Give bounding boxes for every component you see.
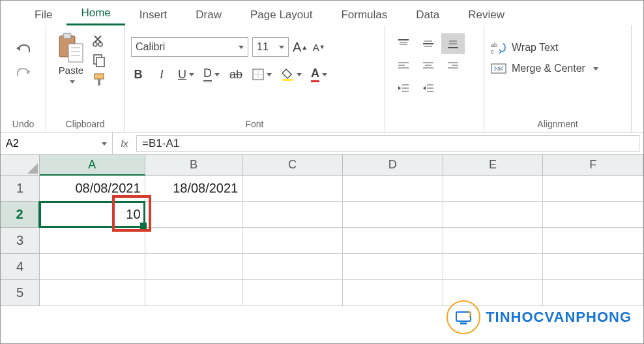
cell-a1[interactable]: 08/08/2021 (40, 176, 145, 202)
decrease-font-button[interactable]: A▼ (312, 39, 326, 55)
align-top-button[interactable] (392, 33, 415, 54)
cell-b3[interactable] (145, 228, 243, 254)
cell-e3[interactable] (443, 228, 544, 254)
cell-c2[interactable] (242, 202, 343, 228)
svg-rect-2 (68, 44, 83, 62)
cell-c5[interactable] (242, 280, 343, 306)
bold-button[interactable]: B (131, 66, 145, 83)
group-undo: Undo (1, 25, 46, 132)
font-name-combo[interactable]: Calibri (131, 37, 248, 57)
italic-button[interactable]: I (154, 66, 169, 83)
cell-d5[interactable] (343, 280, 443, 306)
col-header-e[interactable]: E (443, 155, 544, 176)
decrease-indent-button[interactable] (392, 78, 415, 99)
cell-f2[interactable] (543, 202, 643, 228)
copy-button[interactable] (92, 53, 106, 67)
cell-b2[interactable] (145, 202, 243, 228)
tab-file[interactable]: File (20, 5, 66, 25)
row-header-4[interactable]: 4 (1, 254, 40, 280)
font-color-button[interactable]: A (311, 66, 327, 83)
merge-center-button[interactable]: a Merge & Center (491, 62, 624, 75)
cell-d4[interactable] (343, 254, 443, 280)
align-center-button[interactable] (417, 55, 440, 76)
cell-b5[interactable] (145, 280, 243, 306)
tab-insert[interactable]: Insert (125, 5, 182, 25)
cell-e2[interactable] (443, 202, 544, 228)
svg-text:ab: ab (491, 42, 497, 48)
wrap-text-button[interactable]: abc Wrap Text (491, 41, 624, 54)
paste-label: Paste (59, 65, 83, 76)
align-left-button[interactable] (392, 55, 415, 76)
svg-rect-11 (98, 79, 100, 86)
cell-f3[interactable] (543, 228, 643, 254)
double-underline-button[interactable]: D (203, 66, 220, 83)
svg-text:c: c (491, 48, 494, 54)
undo-button[interactable] (15, 41, 32, 58)
strikethrough-button[interactable]: ab (229, 66, 243, 83)
format-painter-button[interactable] (92, 72, 106, 87)
select-all-corner[interactable] (1, 155, 40, 176)
cell-d3[interactable] (343, 228, 443, 254)
cell-c1[interactable] (242, 176, 343, 202)
col-header-a[interactable]: A (40, 155, 145, 176)
cell-c4[interactable] (242, 254, 343, 280)
cell-a5[interactable] (40, 280, 145, 306)
cell-d2[interactable] (343, 202, 443, 228)
watermark-logo-icon (446, 300, 480, 334)
col-header-b[interactable]: B (145, 155, 243, 176)
paste-dropdown-icon[interactable] (67, 76, 75, 87)
tab-data[interactable]: Data (402, 5, 454, 25)
cell-a2[interactable]: 10 (40, 202, 145, 228)
redo-button[interactable] (15, 65, 32, 82)
col-header-c[interactable]: C (242, 155, 343, 176)
tab-home[interactable]: Home (66, 3, 124, 25)
row-header-5[interactable]: 5 (1, 280, 40, 306)
cell-c3[interactable] (242, 228, 343, 254)
increase-indent-button[interactable] (417, 78, 440, 99)
group-label-undo: Undo (7, 117, 39, 131)
name-box[interactable]: A2 (1, 133, 113, 154)
col-header-f[interactable]: F (543, 155, 643, 176)
svg-point-6 (93, 42, 97, 46)
cell-e1[interactable] (443, 176, 544, 202)
svg-rect-44 (456, 312, 471, 321)
cell-e4[interactable] (443, 254, 544, 280)
align-right-button[interactable] (441, 55, 465, 76)
fx-icon[interactable]: fx (113, 133, 136, 154)
row-header-2[interactable]: 2 (1, 202, 40, 228)
fill-color-button[interactable] (281, 66, 302, 83)
ribbon-tabs: File Home Insert Draw Page Layout Formul… (1, 1, 643, 25)
cell-f4[interactable] (543, 254, 643, 280)
formula-bar: A2 fx =B1-A1 (1, 133, 643, 155)
group-font: Calibri 11 A▲ A▼ B I U D ab A Font (124, 25, 385, 132)
group-alignment-wrap: abc Wrap Text a Merge & Center Alignment (484, 25, 632, 132)
group-clipboard: Paste Clipboard (46, 25, 124, 132)
paste-button[interactable]: Paste (53, 32, 89, 87)
formula-input[interactable]: =B1-A1 (136, 135, 639, 152)
cell-f1[interactable] (543, 176, 643, 202)
svg-point-7 (98, 42, 102, 46)
col-header-d[interactable]: D (343, 155, 443, 176)
tab-draw[interactable]: Draw (181, 5, 236, 25)
font-size-combo[interactable]: 11 (252, 37, 289, 57)
align-bottom-button[interactable] (441, 33, 465, 54)
cell-b1[interactable]: 18/08/2021 (145, 176, 243, 202)
cell-d1[interactable] (343, 176, 443, 202)
cell-a3[interactable] (40, 228, 145, 254)
cut-button[interactable] (92, 33, 106, 48)
ribbon: Undo Paste Clip (1, 25, 643, 133)
tab-review[interactable]: Review (454, 5, 519, 25)
svg-rect-15 (282, 79, 293, 81)
underline-button[interactable]: U (178, 66, 194, 83)
row-header-1[interactable]: 1 (1, 176, 40, 202)
tab-formulas[interactable]: Formulas (327, 5, 402, 25)
cell-a4[interactable] (40, 254, 145, 280)
align-middle-button[interactable] (417, 33, 440, 54)
group-label-alignment: Alignment (491, 117, 624, 131)
increase-font-button[interactable]: A▲ (293, 39, 308, 55)
row-header-3[interactable]: 3 (1, 228, 40, 254)
watermark-text: TINHOCVANPHONG (486, 309, 632, 326)
borders-button[interactable] (252, 66, 272, 83)
cell-b4[interactable] (145, 254, 243, 280)
tab-page-layout[interactable]: Page Layout (236, 5, 327, 25)
